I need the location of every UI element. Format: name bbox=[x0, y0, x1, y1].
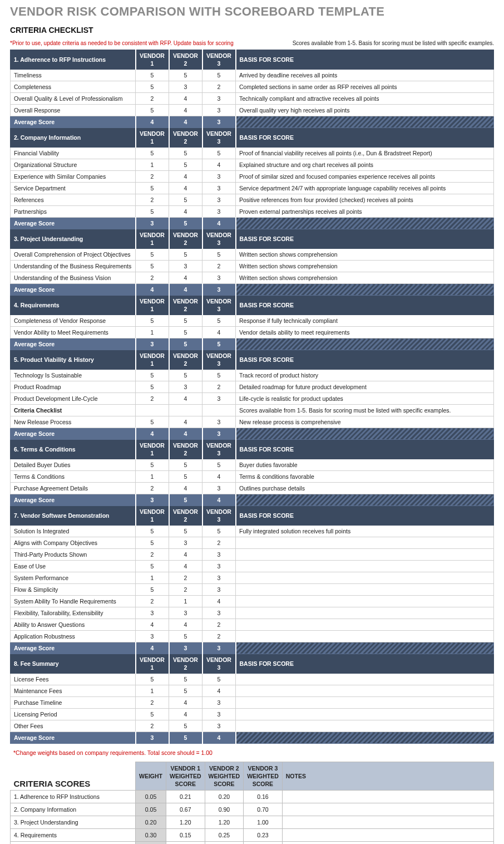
page-title: VENDOR RISK COMPARISON WITH SCOREBOARD T… bbox=[0, 0, 504, 21]
basis-header: BASIS FOR SCORE bbox=[236, 654, 494, 674]
score-cell: 5 bbox=[136, 370, 169, 381]
section-header: 1. Adherence to RFP InstructionsVENDOR 1… bbox=[11, 50, 494, 70]
score-cell: 5 bbox=[136, 183, 169, 194]
score-cell: 1 bbox=[136, 572, 169, 584]
score-cell: 1 bbox=[136, 327, 169, 338]
basis-cell bbox=[236, 596, 494, 607]
score-cell: 2 bbox=[202, 537, 236, 549]
average-cell: 3 bbox=[202, 284, 236, 296]
section-title-cell: 7. Vendor Software Demonstration bbox=[11, 506, 136, 526]
footnote: *Change weights based on company require… bbox=[0, 744, 504, 762]
table-row: References253Positive references from fo… bbox=[11, 194, 494, 206]
score-cell: 5 bbox=[136, 416, 169, 428]
scores-criteria: 1. Adherence to RFP Instructions bbox=[11, 791, 136, 803]
score-cell: 3 bbox=[169, 261, 202, 272]
score-cell bbox=[202, 405, 236, 416]
weighted-score: 0.20 bbox=[205, 842, 244, 845]
section-title-cell: 1. Adherence to RFP Instructions bbox=[11, 50, 136, 70]
average-row: Average Score354 bbox=[11, 218, 494, 229]
table-row: Partnerships543Proven external partnersh… bbox=[11, 206, 494, 218]
vendor-header: VENDOR 1 bbox=[136, 50, 169, 70]
vendor-header: VENDOR 3 bbox=[202, 296, 236, 315]
score-cell: 4 bbox=[169, 416, 202, 428]
weighted-score: 0.21 bbox=[166, 842, 205, 845]
notes-cell bbox=[282, 829, 493, 842]
score-cell: 3 bbox=[202, 549, 236, 561]
average-label: Average Score bbox=[11, 494, 136, 506]
score-cell: 5 bbox=[169, 674, 202, 685]
basis-cell bbox=[236, 561, 494, 572]
vendor-header: VENDOR 1 bbox=[136, 229, 169, 249]
vendor-header: VENDOR 1 bbox=[136, 128, 169, 148]
table-row: Organizational Structure154Explained str… bbox=[11, 159, 494, 171]
table-row: Financial Viability555Proof of financial… bbox=[11, 148, 494, 159]
weighted-score: 0.16 bbox=[244, 842, 283, 845]
criteria-cell: Partnerships bbox=[11, 206, 136, 218]
average-cell: 5 bbox=[169, 732, 202, 744]
score-cell: 3 bbox=[202, 561, 236, 572]
notes-row: *Prior to use, update criteria as needed… bbox=[0, 37, 504, 50]
basis-cell: Positive references from four provided (… bbox=[236, 194, 494, 206]
average-cell: 3 bbox=[202, 116, 236, 128]
criteria-cell: Flexibility, Tailorability, Extensibilit… bbox=[11, 607, 136, 619]
score-cell: 3 bbox=[202, 607, 236, 619]
table-row: Application Robustness352 bbox=[11, 631, 494, 642]
vendor-header: VENDOR 3 bbox=[202, 506, 236, 526]
vendor-header: VENDOR 3 bbox=[202, 50, 236, 70]
average-row: Average Score354 bbox=[11, 732, 494, 744]
average-basis bbox=[236, 642, 494, 654]
average-cell: 3 bbox=[136, 338, 169, 350]
scores-row: 5. Product Viability & History0.050.210.… bbox=[11, 842, 494, 845]
score-cell: 3 bbox=[202, 483, 236, 494]
criteria-cell: Detailed Buyer Duties bbox=[11, 459, 136, 471]
score-cell: 5 bbox=[169, 370, 202, 381]
criteria-cell: Licensing Period bbox=[11, 709, 136, 720]
basis-cell: Track record of product history bbox=[236, 370, 494, 381]
table-row: Other Fees253 bbox=[11, 720, 494, 732]
scores-table: CRITERIA SCORESWEIGHTVENDOR 1 WEIGHTED S… bbox=[10, 762, 494, 844]
average-label: Average Score bbox=[11, 642, 136, 654]
table-row: Completeness of Vendor Response555Respon… bbox=[11, 315, 494, 327]
criteria-cell: Other Fees bbox=[11, 720, 136, 732]
score-cell: 3 bbox=[169, 381, 202, 393]
score-cell: 3 bbox=[169, 81, 202, 93]
score-cell: 1 bbox=[169, 596, 202, 607]
score-cell: 3 bbox=[202, 183, 236, 194]
average-label: Average Score bbox=[11, 116, 136, 128]
score-cell: 5 bbox=[169, 148, 202, 159]
vendor-header: VENDOR 2 bbox=[169, 296, 202, 315]
basis-cell: Proof of financial viability receives al… bbox=[236, 148, 494, 159]
score-cell: 3 bbox=[202, 93, 236, 105]
section-header: 7. Vendor Software DemonstrationVENDOR 1… bbox=[11, 506, 494, 526]
weight-cell: 0.05 bbox=[136, 803, 166, 816]
average-cell: 5 bbox=[202, 338, 236, 350]
criteria-cell: Understanding of the Business Requiremen… bbox=[11, 261, 136, 272]
weighted-score: 0.15 bbox=[166, 829, 205, 842]
average-cell: 5 bbox=[169, 338, 202, 350]
weight-cell: 0.05 bbox=[136, 842, 166, 845]
scores-row: 4. Requirements0.300.150.250.23 bbox=[11, 829, 494, 842]
table-row: Solution Is Integrated555Fully integrate… bbox=[11, 526, 494, 537]
table-row: Vendor Ability to Meet Requirements154Ve… bbox=[11, 327, 494, 338]
score-cell: 5 bbox=[136, 70, 169, 81]
table-row: Understanding of the Business Vision243W… bbox=[11, 272, 494, 284]
weight-cell: 0.05 bbox=[136, 791, 166, 803]
score-cell: 5 bbox=[202, 148, 236, 159]
v1-header: VENDOR 1 WEIGHTED SCORE bbox=[166, 762, 205, 791]
score-cell: 5 bbox=[136, 537, 169, 549]
score-cell: 5 bbox=[169, 315, 202, 327]
criteria-cell: Criteria Checklist bbox=[11, 405, 136, 416]
vendor-header: VENDOR 1 bbox=[136, 296, 169, 315]
section-title-cell: 8. Fee Summary bbox=[11, 654, 136, 674]
score-cell: 3 bbox=[169, 607, 202, 619]
basis-cell: Overall quality very high receives all p… bbox=[236, 105, 494, 116]
vendor-header: VENDOR 3 bbox=[202, 128, 236, 148]
section-header: 4. RequirementsVENDOR 1VENDOR 2VENDOR 3B… bbox=[11, 296, 494, 315]
score-cell: 5 bbox=[136, 249, 169, 261]
vendor-header: VENDOR 3 bbox=[202, 229, 236, 249]
average-row: Average Score433 bbox=[11, 642, 494, 654]
average-label: Average Score bbox=[11, 338, 136, 350]
weighted-score: 0.90 bbox=[205, 803, 244, 816]
notes-cell bbox=[282, 803, 493, 816]
score-cell bbox=[136, 405, 169, 416]
